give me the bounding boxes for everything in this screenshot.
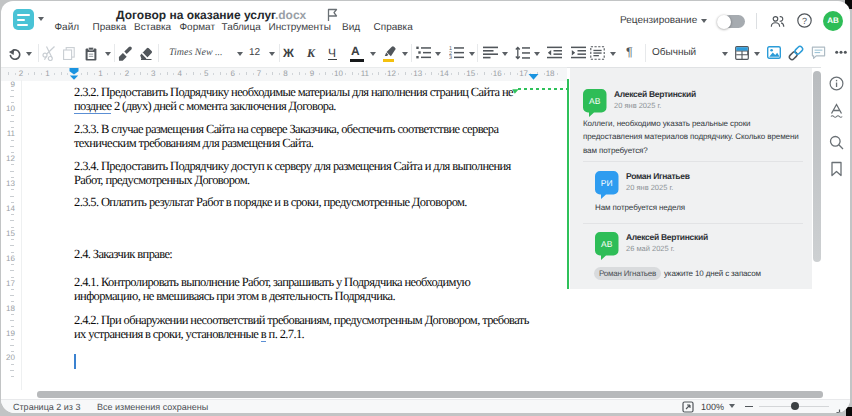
svg-text:РИ: РИ	[601, 178, 613, 188]
svg-text:АВ: АВ	[589, 96, 601, 106]
svg-text:АВ: АВ	[601, 239, 613, 249]
svg-text:?: ?	[802, 16, 807, 26]
svg-text:3: 3	[449, 55, 452, 59]
